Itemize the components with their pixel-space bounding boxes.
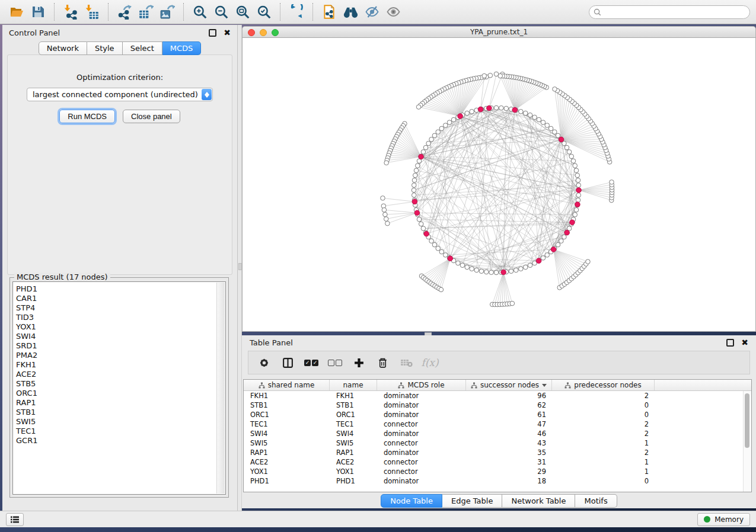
table-row[interactable]: FKH1FKH1dominator962 [244,391,751,400]
mcds-result-item[interactable]: RAP1 [16,398,225,408]
import-table-button[interactable] [81,2,103,21]
table-cell: PHD1 [244,477,330,485]
export-table-button[interactable] [135,2,157,21]
mcds-result-item[interactable]: PHD1 [16,284,225,294]
zoom-out-button[interactable] [210,2,232,21]
mcds-list-scrollbar[interactable] [216,283,225,493]
zoom-in-button[interactable] [189,2,210,21]
search-input[interactable] [604,7,745,17]
toolbar-separator [54,3,55,21]
column-header-name[interactable]: name [330,380,377,390]
table-scrollbar[interactable] [743,391,751,492]
float-panel-icon[interactable] [726,339,734,347]
mcds-result-item[interactable]: ORC1 [16,389,225,398]
save-session-button[interactable] [27,2,49,21]
column-header-MCDS-role[interactable]: MCDS role [377,380,466,390]
mcds-result-item[interactable]: TEC1 [16,427,225,436]
mcds-result-item[interactable]: PMA2 [16,351,225,360]
zoom-selected-button[interactable] [253,2,275,21]
close-panel-icon[interactable]: ✖ [224,30,231,36]
unselect-all-columns-button[interactable] [323,353,347,372]
tab-node-table[interactable]: Node Table [381,494,442,508]
tab-network-table[interactable]: Network Table [502,494,575,508]
zoom-out-icon [213,4,229,20]
refresh-icon [289,4,304,20]
network-window-titlebar[interactable]: YPA_prune.txt_1 [242,26,756,38]
tab-motifs[interactable]: Motifs [575,494,617,508]
delete-column-button[interactable] [371,353,394,372]
create-column-button[interactable] [347,353,371,372]
table-row[interactable]: YOX1YOX1connector291 [244,467,751,476]
search-binoculars-button[interactable] [340,2,361,21]
refresh-view-button[interactable] [286,2,307,21]
tab-select[interactable]: Select [123,41,162,55]
mcds-result-item[interactable]: YOX1 [16,322,225,332]
mcds-result-item[interactable]: SWI4 [16,332,225,341]
vertical-split-divider[interactable] [238,25,242,511]
toolbar-separator [280,3,280,21]
show-task-history-button[interactable] [6,513,24,526]
table-cell: dominator [377,477,466,485]
close-panel-icon[interactable]: ✖ [741,339,748,345]
column-header-shared-name[interactable]: shared name [244,380,330,390]
mcds-result-item[interactable]: SRD1 [16,341,225,351]
optimization-criterion-select[interactable]: largest connected component (undirected) [27,88,213,101]
table-row[interactable]: STB1STB1dominator620 [244,400,751,410]
table-row[interactable]: TEC1TEC1connector472 [244,419,751,429]
mcds-result-item[interactable]: GCR1 [16,436,225,446]
window-close-light[interactable] [248,29,255,36]
network-from-document-button[interactable] [318,2,340,21]
mcds-result-item[interactable]: STB1 [16,408,225,417]
mcds-result-item[interactable]: CAR1 [16,294,225,303]
table-row[interactable]: PHD1PHD1dominator180 [244,476,751,486]
column-header-successor-nodes[interactable]: successor nodes [466,380,552,390]
window-zoom-light[interactable] [272,29,279,36]
table-row[interactable]: SWI5SWI5connector431 [244,438,751,448]
mcds-result-item[interactable]: STB5 [16,379,225,389]
hide-selection-button[interactable] [361,2,382,21]
open-file-button[interactable] [6,2,27,21]
mcds-result-item[interactable]: STP4 [16,303,225,313]
table-panel-header: Table Panel ✖ [242,335,756,350]
tab-network[interactable]: Network [39,41,87,55]
mcds-result-item[interactable]: SWI5 [16,417,225,427]
table-settings-button[interactable] [252,353,276,372]
table-row[interactable]: SWI4SWI4dominator462 [244,429,751,438]
tab-style[interactable]: Style [87,41,123,55]
table-cell: ORC1 [330,411,377,419]
table-scrollbar-thumb[interactable] [745,393,749,448]
table-cell: dominator [377,392,466,400]
eye-icon [385,5,401,19]
select-all-columns-button[interactable]: ✓✓ [299,353,323,372]
sort-desc-icon [542,384,547,389]
show-all-button[interactable] [382,2,404,21]
tab-mcds[interactable]: MCDS [162,41,202,55]
window-minimize-light[interactable] [260,29,267,36]
zoom-fit-button[interactable] [232,2,253,21]
column-header-predecessor-nodes[interactable]: predecessor nodes [552,380,655,390]
table-cell: dominator [377,411,466,419]
table-row[interactable]: RAP1RAP1dominator352 [244,448,751,457]
memory-button[interactable]: Memory [697,513,750,526]
close-panel-button[interactable]: Close panel [123,110,180,123]
tab-edge-table[interactable]: Edge Table [442,494,502,508]
export-image-button[interactable] [157,2,178,21]
float-panel-icon[interactable] [209,29,216,37]
mcds-result-item[interactable]: TID3 [16,313,225,322]
table-row[interactable]: ORC1ORC1dominator610 [244,410,751,419]
table-cell: 43 [466,439,552,447]
table-row[interactable]: ACE2ACE2connector311 [244,457,751,467]
main-toolbar [0,0,756,24]
run-mcds-button[interactable]: Run MCDS [59,110,115,123]
control-panel-tabs: NetworkStyleSelectMCDS [2,41,237,55]
mcds-result-item[interactable]: ACE2 [16,370,225,379]
zoom-fit-icon [235,4,250,20]
network-canvas[interactable] [242,38,756,332]
search-field[interactable] [589,5,750,19]
export-network-button[interactable] [114,2,135,21]
mcds-result-item[interactable]: FKH1 [16,360,225,370]
show-column-button[interactable] [276,353,299,372]
network-graph[interactable] [243,38,756,331]
table-cell: 96 [466,392,552,400]
import-network-button[interactable] [60,2,81,21]
